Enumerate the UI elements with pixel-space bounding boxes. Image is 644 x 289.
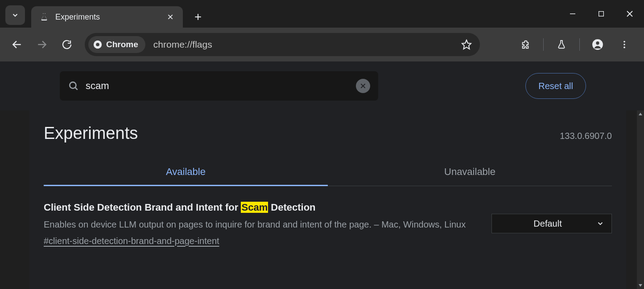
gutter bbox=[0, 110, 29, 289]
menu-button[interactable] bbox=[615, 35, 634, 54]
flag-description: Enables on device LLM output on pages to… bbox=[44, 218, 478, 232]
divider bbox=[579, 38, 580, 51]
reset-all-button[interactable]: Reset all bbox=[525, 73, 586, 99]
svg-point-14 bbox=[596, 41, 599, 45]
caret-down-icon bbox=[638, 283, 643, 288]
content: Experiments 133.0.6907.0 Available Unava… bbox=[29, 110, 626, 289]
reload-button[interactable] bbox=[57, 35, 77, 54]
svg-point-18 bbox=[70, 82, 76, 88]
arrow-right-icon bbox=[36, 39, 48, 50]
flag-select-value: Default bbox=[499, 219, 596, 229]
address-bar[interactable]: Chrome chrome://flags bbox=[85, 33, 480, 56]
flags-search-bar: Reset all bbox=[0, 61, 644, 110]
extensions-button[interactable] bbox=[516, 35, 535, 54]
window-minimize-button[interactable] bbox=[558, 0, 587, 28]
reload-icon bbox=[62, 39, 72, 50]
window-close-button[interactable] bbox=[615, 0, 644, 28]
star-icon bbox=[461, 39, 472, 50]
profile-button[interactable] bbox=[588, 35, 607, 54]
flag-row: Client Side Detection Brand and Intent f… bbox=[44, 201, 612, 246]
window-controls bbox=[558, 0, 644, 28]
bookmark-button[interactable] bbox=[461, 39, 472, 50]
svg-marker-12 bbox=[462, 40, 471, 49]
window-maximize-button[interactable] bbox=[587, 0, 615, 28]
svg-line-19 bbox=[75, 87, 77, 90]
close-icon bbox=[167, 13, 174, 20]
reset-all-label: Reset all bbox=[538, 81, 573, 91]
flag-title: Client Side Detection Brand and Intent f… bbox=[44, 201, 478, 214]
scrollbar[interactable] bbox=[637, 110, 644, 289]
caret-up-icon bbox=[638, 112, 643, 116]
flag-title-highlight: Scam bbox=[241, 202, 268, 213]
flag-select[interactable]: Default bbox=[491, 214, 612, 233]
tab-close-button[interactable] bbox=[164, 11, 177, 23]
content-wrapper: Experiments 133.0.6907.0 Available Unava… bbox=[0, 110, 644, 289]
svg-point-16 bbox=[623, 44, 625, 45]
url-text: chrome://flags bbox=[153, 39, 461, 50]
puzzle-icon bbox=[520, 40, 530, 49]
kebab-icon bbox=[619, 40, 629, 49]
chrome-chip: Chrome bbox=[88, 36, 145, 53]
tab-available[interactable]: Available bbox=[44, 166, 328, 186]
search-icon bbox=[68, 80, 79, 92]
svg-point-15 bbox=[623, 41, 625, 43]
tab-strip: Available Unavailable bbox=[44, 166, 612, 186]
gutter bbox=[626, 110, 637, 289]
scroll-track[interactable] bbox=[637, 118, 644, 282]
back-button[interactable] bbox=[7, 35, 27, 54]
close-icon bbox=[359, 82, 367, 90]
search-input[interactable] bbox=[86, 80, 356, 92]
clear-search-button[interactable] bbox=[356, 79, 370, 93]
svg-marker-22 bbox=[639, 113, 642, 115]
maximize-icon bbox=[598, 10, 605, 17]
search-box[interactable] bbox=[60, 71, 378, 101]
tab-title: Experiments bbox=[55, 12, 164, 22]
page-title: Experiments bbox=[44, 124, 138, 143]
svg-rect-5 bbox=[599, 12, 604, 16]
toolbar: Chrome chrome://flags bbox=[0, 28, 644, 61]
chrome-chip-label: Chrome bbox=[106, 40, 138, 49]
avatar-icon bbox=[592, 39, 603, 50]
chrome-logo-icon bbox=[93, 40, 103, 49]
svg-point-11 bbox=[96, 43, 99, 46]
flag-title-post: Detection bbox=[268, 202, 315, 213]
flag-title-pre: Client Side Detection Brand and Intent f… bbox=[44, 202, 241, 213]
labs-button[interactable] bbox=[552, 35, 571, 54]
new-tab-button[interactable] bbox=[190, 9, 206, 25]
titlebar: Experiments bbox=[0, 0, 644, 28]
close-icon bbox=[626, 10, 634, 18]
tab-unavailable-label: Unavailable bbox=[444, 166, 495, 177]
flag-anchor-link[interactable]: #client-side-detection-brand-and-page-in… bbox=[44, 236, 219, 246]
svg-marker-23 bbox=[639, 284, 642, 287]
chevron-down-icon bbox=[596, 220, 604, 228]
browser-tab[interactable]: Experiments bbox=[31, 6, 183, 28]
scroll-up-button[interactable] bbox=[637, 110, 644, 118]
tab-search-button[interactable] bbox=[5, 5, 25, 25]
plus-icon bbox=[194, 12, 202, 21]
minimize-icon bbox=[569, 10, 577, 18]
forward-button[interactable] bbox=[32, 35, 52, 54]
toolbar-right bbox=[513, 35, 640, 54]
chevron-down-icon bbox=[11, 11, 19, 19]
flask-icon bbox=[557, 40, 566, 49]
tab-unavailable[interactable]: Unavailable bbox=[328, 166, 612, 186]
version-label: 133.0.6907.0 bbox=[560, 131, 612, 141]
flask-icon bbox=[39, 12, 49, 22]
scroll-down-button[interactable] bbox=[637, 282, 644, 289]
arrow-left-icon bbox=[11, 39, 23, 50]
divider bbox=[543, 38, 544, 51]
svg-point-17 bbox=[623, 47, 625, 49]
tab-available-label: Available bbox=[166, 166, 206, 177]
